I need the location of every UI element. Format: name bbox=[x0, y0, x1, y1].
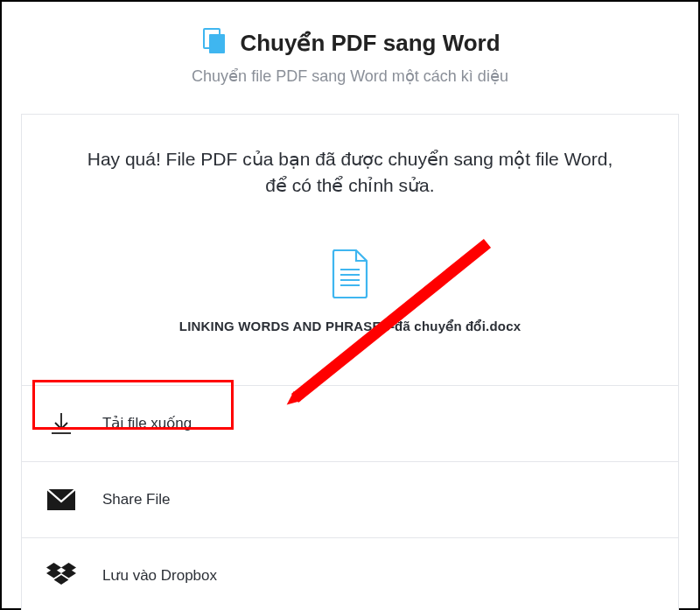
document-icon bbox=[330, 249, 370, 303]
envelope-icon bbox=[46, 485, 76, 515]
page-title: Chuyển PDF sang Word bbox=[240, 30, 500, 57]
app-frame: Chuyển PDF sang Word Chuyển file PDF san… bbox=[0, 0, 700, 610]
download-label: Tải file xuống bbox=[102, 414, 192, 432]
result-card: Hay quá! File PDF của bạn đã được chuyển… bbox=[21, 114, 679, 610]
success-block: Hay quá! File PDF của bạn đã được chuyển… bbox=[22, 115, 678, 385]
page-subtitle: Chuyển file PDF sang Word một cách kì di… bbox=[21, 67, 679, 86]
svg-rect-1 bbox=[209, 34, 225, 53]
dropbox-label: Lưu vào Dropbox bbox=[102, 566, 217, 585]
dropbox-icon bbox=[46, 561, 76, 591]
converted-file-name: LINKING WORDS AND PHRASES-đã chuyển đổi.… bbox=[179, 319, 521, 334]
success-message: Hay quá! File PDF của bạn đã được chuyển… bbox=[74, 146, 626, 200]
share-label: Share File bbox=[102, 491, 170, 508]
converted-file-block: LINKING WORDS AND PHRASES-đã chuyển đổi.… bbox=[74, 249, 626, 376]
download-button[interactable]: Tải file xuống bbox=[22, 385, 678, 461]
header-title-row: Chuyển PDF sang Word bbox=[21, 26, 679, 60]
share-button[interactable]: Share File bbox=[22, 461, 678, 537]
dropbox-button[interactable]: Lưu vào Dropbox bbox=[22, 537, 678, 610]
download-icon bbox=[46, 409, 76, 438]
page-header: Chuyển PDF sang Word Chuyển file PDF san… bbox=[21, 26, 679, 86]
copy-doc-icon bbox=[200, 26, 229, 60]
